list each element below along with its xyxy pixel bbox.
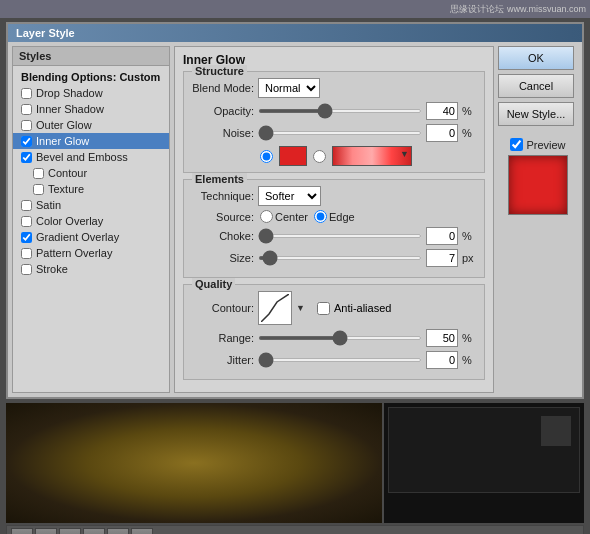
inner-glow-label[interactable]: Inner Glow [36,135,89,147]
toolbar-btn-link[interactable]: ⛓ [11,528,33,534]
choke-input[interactable] [426,227,458,245]
range-row: Range: % [192,329,476,347]
inner-shadow-label[interactable]: Inner Shadow [36,103,104,115]
inner-glow-panel: Inner Glow Structure Blend Mode: Normal … [174,46,494,393]
size-input[interactable] [426,249,458,267]
contour-row: Contour: ▼ Anti-aliased [192,291,476,325]
bevel-emboss-label[interactable]: Bevel and Emboss [36,151,128,163]
choke-slider[interactable] [258,234,422,238]
jitter-row: Jitter: % [192,351,476,369]
opacity-row: Opacity: % [192,102,476,120]
right-panel: OK Cancel New Style... Preview [498,46,578,393]
outer-glow-checkbox[interactable] [21,120,32,131]
color-overlay-checkbox[interactable] [21,216,32,227]
layers-panel[interactable] [384,403,584,523]
jitter-input[interactable] [426,351,458,369]
satin-checkbox[interactable] [21,200,32,211]
contour-item[interactable]: Contour [13,165,169,181]
toolbar-btn-mask[interactable]: □ [83,528,105,534]
quality-section: Quality Contour: ▼ Anti-aliased [183,284,485,380]
bevel-emboss-checkbox[interactable] [21,152,32,163]
toolbar-btn-group[interactable]: 📁 [107,528,129,534]
technique-select[interactable]: Softer Precise [258,186,321,206]
texture-label[interactable]: Texture [48,183,84,195]
gradient-swatch[interactable] [332,146,412,166]
noise-unit: % [462,127,476,139]
contour-dropdown-arrow[interactable]: ▼ [296,303,305,313]
contour-label[interactable]: Contour [48,167,87,179]
color-type-radio-group [260,150,273,163]
styles-list: Blending Options: Custom Drop Shadow Inn… [13,66,169,279]
texture-item[interactable]: Texture [13,181,169,197]
outer-glow-label[interactable]: Outer Glow [36,119,92,131]
opacity-slider-container: % [258,102,476,120]
preview-checkbox[interactable] [510,138,523,151]
elements-label: Elements [192,173,247,185]
contour-checkbox[interactable] [33,168,44,179]
inner-shadow-checkbox[interactable] [21,104,32,115]
layer-style-dialog: Layer Style Styles Blending Options: Cus… [6,22,584,399]
range-input[interactable] [426,329,458,347]
bottom-area: 思缘设计论坛 www.missvuan.com [6,403,584,523]
drop-shadow-label[interactable]: Drop Shadow [36,87,103,99]
gradient-overlay-item[interactable]: Gradient Overlay [13,229,169,245]
size-slider[interactable] [258,256,422,260]
anti-alias-row: Anti-aliased [317,302,391,315]
source-row: Source: Center Edge [192,210,476,223]
outer-glow-item[interactable]: Outer Glow [13,117,169,133]
inner-glow-checkbox[interactable] [21,136,32,147]
drop-shadow-checkbox[interactable] [21,88,32,99]
blend-mode-select[interactable]: Normal [258,78,320,98]
center-radio[interactable] [260,210,273,223]
quality-label: Quality [192,278,235,290]
noise-slider[interactable] [258,131,422,135]
cancel-button[interactable]: Cancel [498,74,574,98]
jitter-unit: % [462,354,476,366]
preview-section: Preview [498,138,578,215]
preview-box [508,155,568,215]
jitter-slider[interactable] [258,358,422,362]
opacity-input[interactable] [426,102,458,120]
anti-alias-checkbox[interactable] [317,302,330,315]
size-label: Size: [192,252,254,264]
noise-input[interactable] [426,124,458,142]
satin-label[interactable]: Satin [36,199,61,211]
choke-slider-container: % [258,227,476,245]
toolbar-btn-fx[interactable]: fx [35,528,57,534]
stroke-item[interactable]: Stroke [13,261,169,277]
satin-item[interactable]: Satin [13,197,169,213]
inner-glow-item[interactable]: Inner Glow [13,133,169,149]
size-slider-container: px [258,249,476,267]
edge-radio[interactable] [314,210,327,223]
stroke-checkbox[interactable] [21,264,32,275]
range-slider-container: % [258,329,476,347]
choke-row: Choke: % [192,227,476,245]
opacity-label: Opacity: [192,105,254,117]
new-style-button[interactable]: New Style... [498,102,574,126]
gradient-color-radio[interactable] [313,150,326,163]
solid-color-radio[interactable] [260,150,273,163]
pattern-overlay-item[interactable]: Pattern Overlay [13,245,169,261]
toolbar-btn-delete[interactable]: 🗑 [131,528,153,534]
bevel-emboss-item[interactable]: Bevel and Emboss [13,149,169,165]
color-overlay-label[interactable]: Color Overlay [36,215,103,227]
pattern-overlay-checkbox[interactable] [21,248,32,259]
opacity-slider[interactable] [258,109,422,113]
stroke-label[interactable]: Stroke [36,263,68,275]
blending-options-item[interactable]: Blending Options: Custom [13,68,169,85]
gradient-overlay-label[interactable]: Gradient Overlay [36,231,119,243]
inner-shadow-item[interactable]: Inner Shadow [13,101,169,117]
ok-button[interactable]: OK [498,46,574,70]
range-slider[interactable] [258,336,422,340]
drop-shadow-item[interactable]: Drop Shadow [13,85,169,101]
pattern-overlay-label[interactable]: Pattern Overlay [36,247,112,259]
contour-preview[interactable] [258,291,292,325]
canvas-area[interactable]: 思缘设计论坛 www.missvuan.com [6,403,382,523]
texture-checkbox[interactable] [33,184,44,195]
color-overlay-item[interactable]: Color Overlay [13,213,169,229]
color-swatch[interactable] [279,146,307,166]
gradient-overlay-checkbox[interactable] [21,232,32,243]
dialog-title: Layer Style [8,24,582,42]
toolbar-btn-adjustment[interactable]: ◎ [59,528,81,534]
center-radio-label: Center [260,210,308,223]
